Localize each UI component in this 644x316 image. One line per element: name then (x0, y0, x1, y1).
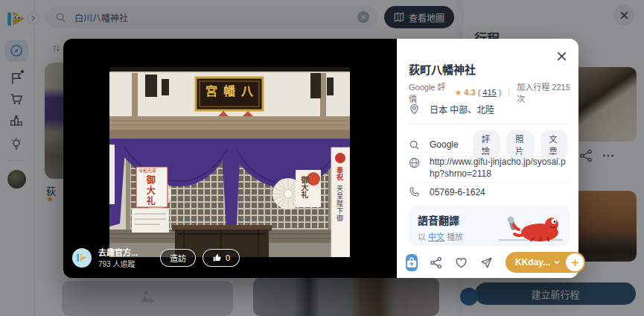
kkday-label: KKday... (515, 257, 550, 268)
rating-prefix: Google 評價 (409, 80, 452, 104)
tts-suffix: 播放 (447, 233, 463, 241)
phone-icon (409, 186, 420, 197)
place-title: 荻町八幡神社 (409, 61, 476, 77)
rating-row: Google 評價 ★ 4.3 ( 415 ) 加入行程 2215 次 (409, 80, 578, 104)
photo-channel-overlay: 去趣官方... 793 人追蹤 造訪 0 (72, 246, 240, 269)
paper-plane-icon (480, 256, 493, 269)
send-button[interactable] (480, 256, 493, 269)
plus-icon (571, 259, 579, 267)
briefcase-plus-icon (406, 257, 418, 268)
add-to-trip-button[interactable] (406, 254, 418, 271)
globe-icon (409, 157, 420, 168)
banner-top-text: 奉祝 (335, 167, 342, 180)
favorite-button[interactable] (455, 256, 468, 269)
place-detail-panel: 荻町八幡神社 Google 評價 ★ 4.3 ( 415 ) 加入行程 2215… (397, 39, 578, 278)
logo-icon (76, 252, 88, 263)
phone-number[interactable]: 05769-6-1624 (430, 187, 485, 197)
visit-label: 造訪 (170, 252, 186, 264)
channel-followers: 793 人追蹤 (98, 258, 153, 269)
vertical-divider (508, 88, 509, 97)
rating-value: 4.3 (464, 88, 475, 97)
divider (409, 152, 568, 153)
share-button[interactable] (430, 256, 442, 269)
banner-main-text: 天皇陛下御 (335, 185, 342, 222)
star-icon: ★ (454, 88, 462, 98)
google-label: Google (430, 139, 459, 150)
map-pin-icon (409, 104, 420, 115)
tts-prefix: 以 (418, 233, 426, 241)
poster-left-text: 御大礼 (144, 175, 154, 206)
modal-action-bar: KKday... (406, 252, 571, 273)
poster-right-text: 御大礼 (300, 176, 308, 198)
shrine-sign-text: 宮幡八 (196, 85, 263, 98)
tab-photos[interactable]: 照片 (506, 130, 534, 159)
location-text[interactable]: 日本 中部、北陸 (430, 103, 494, 116)
google-row: Google 評論 照片 文章 (409, 130, 568, 159)
heart-icon (455, 256, 468, 269)
photo-viewer: 宮幡八 令和元年 御大礼 御大礼 奉祝 天皇陛下御 去 (63, 39, 397, 278)
divider (409, 182, 568, 183)
kkday-add-button[interactable] (566, 253, 584, 271)
place-detail-modal: 宮幡八 令和元年 御大礼 御大礼 奉祝 天皇陛下御 去 (63, 39, 578, 278)
modal-close-button[interactable] (555, 49, 568, 63)
visit-button[interactable]: 造訪 (160, 249, 196, 267)
kkday-dropdown[interactable]: KKday... (506, 252, 585, 273)
app-window: 查看地圖 ↑↓ 荻 ★ 行程 (0, 0, 644, 316)
divider (409, 124, 568, 124)
like-button[interactable]: 0 (203, 249, 240, 267)
poster-era-text: 令和元年 (138, 168, 156, 174)
paren-open: ( (478, 88, 481, 97)
shrine-photo: 宮幡八 令和元年 御大礼 御大礼 奉祝 天皇陛下御 (109, 67, 350, 257)
share-icon (430, 256, 442, 269)
search-icon (409, 139, 420, 151)
crab-illustration (497, 212, 565, 243)
added-count: 加入行程 2215 次 (517, 80, 578, 104)
website-row: http://www.gifu-jinjacho.jp/syosai.php?s… (409, 157, 568, 180)
paren-close: ) (499, 88, 502, 97)
tts-language-link[interactable]: 中文 (428, 233, 444, 241)
voice-translation-card[interactable]: 語音翻譯 以 中文 播放 (409, 206, 570, 246)
like-count: 0 (226, 253, 230, 262)
chevron-down-icon (554, 260, 560, 265)
phone-row: 05769-6-1624 (409, 186, 568, 197)
thumbs-up-icon (212, 253, 222, 262)
location-row: 日本 中部、北陸 (409, 103, 568, 116)
website-link[interactable]: http://www.gifu-jinjacho.jp/syosai.php?s… (430, 157, 568, 180)
tab-articles[interactable]: 文章 (541, 130, 568, 159)
rating-count-link[interactable]: 415 (482, 88, 496, 97)
close-icon (557, 51, 567, 61)
channel-name[interactable]: 去趣官方... (98, 246, 153, 258)
channel-avatar[interactable] (72, 248, 92, 268)
tab-reviews[interactable]: 評論 (473, 130, 500, 159)
